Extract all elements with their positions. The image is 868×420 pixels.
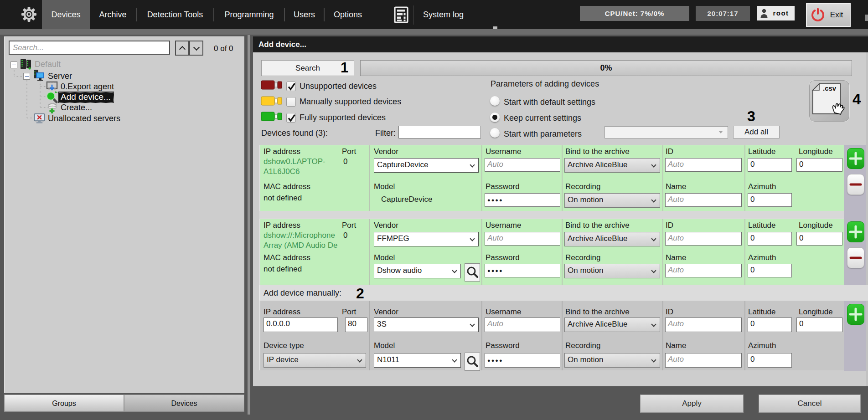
svg-text:.csv: .csv xyxy=(823,84,837,92)
